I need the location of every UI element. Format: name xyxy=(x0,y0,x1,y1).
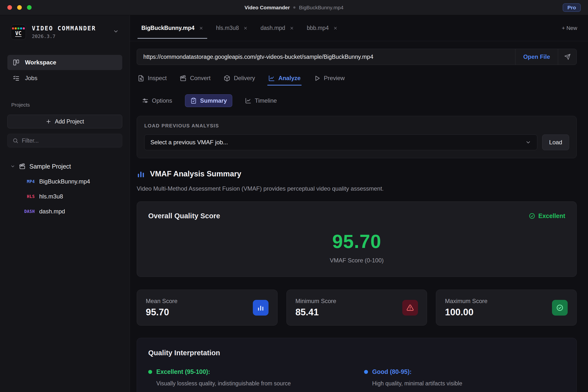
open-file-label: Open File xyxy=(523,54,550,60)
minimum-score-card: Minimum Score 85.41 xyxy=(286,290,427,326)
interpretation-item-text: High quality, minimal artifacts visible xyxy=(372,380,565,387)
project-filter xyxy=(7,134,122,148)
clapperboard-icon xyxy=(180,75,186,82)
interpretation-item-header: Excellent (95-100): xyxy=(148,368,349,375)
stat-text: Mean Score 95.70 xyxy=(146,298,178,318)
tab-label: BigBuckBunny.mp4 xyxy=(141,25,194,31)
stat-text: Minimum Score 85.41 xyxy=(296,298,336,318)
filter-input[interactable] xyxy=(22,138,117,144)
file-type-badge: HLS xyxy=(17,194,35,199)
stat-text: Maximum Score 100.00 xyxy=(445,298,487,318)
add-project-button[interactable]: Add Project xyxy=(7,115,122,128)
clapperboard-icon xyxy=(19,163,26,170)
interpretation-item-label: Excellent (95-100): xyxy=(156,368,210,375)
stat-label: Maximum Score xyxy=(445,298,487,304)
previous-analysis-select[interactable]: Select a previous VMAF job... xyxy=(144,134,537,150)
project-tree: Sample Project MP4 BigBuckBunny.mp4 HLS … xyxy=(0,159,130,219)
file-type-badge: MP4 xyxy=(17,179,35,184)
close-icon[interactable] xyxy=(333,26,338,30)
titlebar-document-name: BigBuckBunny.mp4 xyxy=(299,5,344,10)
sidebar-item-jobs[interactable]: Jobs xyxy=(7,70,122,86)
file-search-icon xyxy=(138,75,144,82)
quality-rating-badge: Excellent xyxy=(529,212,565,220)
tab-delivery[interactable]: Delivery xyxy=(223,71,256,86)
interpretation-item-label: Good (80-95): xyxy=(372,368,412,375)
pro-badge: Pro xyxy=(563,4,581,12)
overall-card-title: Overall Quality Score xyxy=(148,212,220,220)
tab-label: dash.mpd xyxy=(260,25,285,31)
project-file-hls[interactable]: HLS hls.m3u8 xyxy=(7,189,122,204)
logo-stripe xyxy=(15,28,17,30)
subtab-timeline[interactable]: Timeline xyxy=(240,94,282,107)
vmaf-summary-header: VMAF Analysis Summary xyxy=(137,170,577,178)
tab-label: hls.m3u8 xyxy=(216,25,239,31)
load-previous-analysis-panel: LOAD PREVIOUS ANALYSIS Select a previous… xyxy=(137,116,577,158)
chevron-down-icon[interactable] xyxy=(10,164,15,169)
overall-card-header: Overall Quality Score Excellent xyxy=(148,212,565,220)
brand-chevron-down-icon[interactable] xyxy=(113,28,119,36)
tab-bigbuckbunny[interactable]: BigBuckBunny.mp4 xyxy=(135,15,210,41)
sidebar-item-workspace[interactable]: Workspace xyxy=(7,55,122,70)
logo-stripe xyxy=(18,28,19,30)
subtab-label: Summary xyxy=(200,97,227,104)
project-file-dash[interactable]: DASH dash.mpd xyxy=(7,204,122,219)
main-panel: BigBuckBunny.mp4 hls.m3u8 dash.mpd xyxy=(130,15,588,392)
logo-text: VC xyxy=(15,30,21,36)
fullscreen-window-button[interactable] xyxy=(27,5,32,10)
sidebar-item-label: Workspace xyxy=(25,59,56,66)
close-icon[interactable] xyxy=(199,26,203,30)
tab-label: bbb.mp4 xyxy=(307,25,329,31)
close-icon[interactable] xyxy=(243,26,248,30)
overall-quality-card: Overall Quality Score Excellent 95.70 VM… xyxy=(137,202,577,277)
titlebar: Video Commander BigBuckBunny.mp4 Pro xyxy=(0,0,588,15)
tab-preview[interactable]: Preview xyxy=(313,71,346,86)
tab-inspect[interactable]: Inspect xyxy=(137,71,168,86)
brand-text: VIDEO COMMANDER 2026.3.7 xyxy=(32,25,96,39)
jobs-list-checks-icon xyxy=(13,75,20,82)
subtab-options[interactable]: Options xyxy=(137,94,178,107)
project-file-bigbuckbunny[interactable]: MP4 BigBuckBunny.mp4 xyxy=(7,174,122,189)
tab-dash[interactable]: dash.mpd xyxy=(254,15,300,41)
chevron-down-icon xyxy=(525,140,531,145)
logo-stripes-icon xyxy=(12,28,25,30)
maximum-score-card: Maximum Score 100.00 xyxy=(436,290,577,326)
projects-section-header: Projects xyxy=(0,102,130,108)
tab-label: Convert xyxy=(190,75,210,82)
url-bar: Open File xyxy=(137,49,577,65)
load-url-button[interactable] xyxy=(558,49,576,65)
interpretation-item-excellent: Excellent (95-100): Visually lossless qu… xyxy=(148,368,349,387)
timeline-chart-icon xyxy=(245,98,251,104)
window-controls xyxy=(7,5,32,10)
close-icon[interactable] xyxy=(290,26,294,30)
tab-hls[interactable]: hls.m3u8 xyxy=(210,15,254,41)
clipboard-check-icon xyxy=(190,98,197,104)
file-name: BigBuckBunny.mp4 xyxy=(39,178,90,185)
minimize-window-button[interactable] xyxy=(17,5,22,10)
subtab-summary[interactable]: Summary xyxy=(185,94,232,107)
score-stat-cards: Mean Score 95.70 Minimum Score 85.41 xyxy=(137,290,577,326)
app-body: VC VIDEO COMMANDER 2026.3.7 Workspace xyxy=(0,15,588,392)
load-button[interactable]: Load xyxy=(542,134,569,150)
tab-bbb[interactable]: bbb.mp4 xyxy=(300,15,344,41)
app-logo: VC xyxy=(11,24,26,40)
sidebar-nav: Workspace Jobs xyxy=(0,55,130,86)
logo-stripe xyxy=(20,28,22,30)
tab-analyze[interactable]: Analyze xyxy=(267,71,302,86)
tab-convert[interactable]: Convert xyxy=(179,71,212,86)
url-input[interactable] xyxy=(137,49,515,65)
open-file-button[interactable]: Open File xyxy=(515,49,558,65)
close-window-button[interactable] xyxy=(7,5,12,10)
stat-value: 85.41 xyxy=(296,307,336,318)
stat-value: 100.00 xyxy=(445,307,487,318)
titlebar-center: Video Commander BigBuckBunny.mp4 xyxy=(0,5,588,10)
warning-triangle-icon xyxy=(402,300,418,316)
sidebar-item-label: Jobs xyxy=(25,75,38,82)
sidebar: VC VIDEO COMMANDER 2026.3.7 Workspace xyxy=(0,15,130,392)
project-node-sample-project[interactable]: Sample Project xyxy=(7,159,122,174)
blue-dot-icon xyxy=(364,370,368,374)
tab-label: Preview xyxy=(324,75,345,82)
load-panel-row: Select a previous VMAF job... Load xyxy=(144,134,569,150)
new-tab-button[interactable]: + New xyxy=(562,25,577,31)
bar-chart-icon xyxy=(137,170,145,178)
quality-interpretation-card: Quality Interpretation Excellent (95-100… xyxy=(137,338,577,392)
